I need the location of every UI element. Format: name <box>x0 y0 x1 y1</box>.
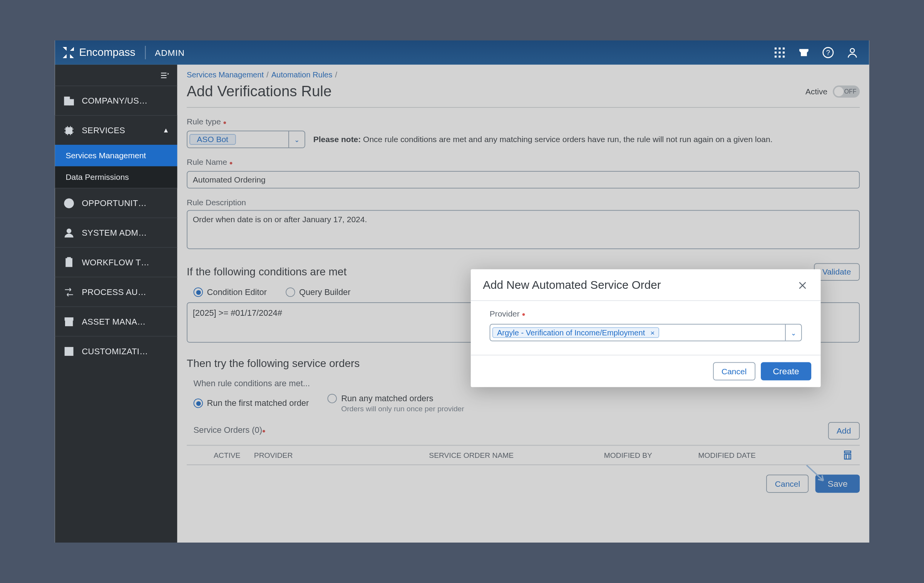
modal-close-button[interactable] <box>797 280 808 292</box>
brand-icon <box>62 46 75 59</box>
dollar-circle-icon <box>63 197 75 209</box>
sidebar-item-label: ASSET MANA… <box>82 317 169 326</box>
svg-rect-3 <box>775 52 777 54</box>
modal-cancel-button[interactable]: Cancel <box>713 362 755 380</box>
svg-rect-2 <box>783 47 785 49</box>
chevron-down-icon: ⌄ <box>785 325 801 341</box>
close-icon <box>797 280 808 291</box>
chip-icon <box>63 124 75 136</box>
list-icon <box>63 345 75 357</box>
chevron-up-icon: ▲ <box>162 127 169 134</box>
flow-icon <box>63 286 75 298</box>
svg-rect-20 <box>67 257 70 259</box>
provider-label: Provider • <box>490 309 802 320</box>
sidebar-item-opportunities[interactable]: OPPORTUNIT… <box>55 188 177 218</box>
svg-text:?: ? <box>826 49 830 57</box>
archive-icon <box>63 315 75 327</box>
modal-create-button[interactable]: Create <box>761 362 811 380</box>
sidebar-item-label: PROCESS AU… <box>82 287 169 297</box>
sidebar-item-label: COMPANY/US… <box>82 96 169 105</box>
brand-text: Encompass <box>79 47 135 59</box>
inbox-icon[interactable] <box>798 47 810 59</box>
sidebar-item-customization[interactable]: CUSTOMIZATI… <box>55 336 177 365</box>
svg-rect-6 <box>775 55 777 57</box>
sidebar-item-process-automation[interactable]: PROCESS AU… <box>55 277 177 307</box>
sidebar-item-asset-management[interactable]: ASSET MANA… <box>55 306 177 336</box>
apps-grid-icon[interactable] <box>773 47 785 59</box>
svg-rect-14 <box>65 98 67 99</box>
titlebar: Encompass ADMIN ? <box>55 40 869 65</box>
user-icon[interactable] <box>846 47 858 59</box>
sidebar-sub-services-management[interactable]: Services Management <box>55 145 177 166</box>
remove-chip-button[interactable]: × <box>650 328 654 337</box>
svg-rect-0 <box>775 47 777 49</box>
sidebar-item-system-admin[interactable]: SYSTEM ADM… <box>55 218 177 247</box>
svg-rect-7 <box>778 55 780 57</box>
building-icon <box>63 95 75 107</box>
svg-rect-1 <box>778 47 780 49</box>
sidebar-item-label: SYSTEM ADM… <box>82 228 169 237</box>
svg-point-11 <box>850 49 854 52</box>
add-automated-service-order-modal: Add New Automated Service Order Provider… <box>471 269 821 387</box>
main-content: Services Management/Automation Rules/ Ad… <box>177 65 869 543</box>
sidebar-item-workflow-templates[interactable]: WORKFLOW T… <box>55 247 177 277</box>
svg-rect-5 <box>783 52 785 54</box>
provider-chip: Argyle - Verification of Income/Employme… <box>492 327 660 338</box>
sidebar-item-services[interactable]: SERVICES ▲ <box>55 115 177 145</box>
sidebar-collapse-button[interactable] <box>55 65 177 85</box>
sidebar-sub-data-permissions[interactable]: Data Permissions <box>55 166 177 188</box>
titlebar-divider <box>145 46 146 59</box>
admin-badge: ADMIN <box>155 47 185 57</box>
svg-rect-4 <box>778 52 780 54</box>
svg-point-18 <box>67 229 71 233</box>
svg-rect-22 <box>65 320 72 325</box>
clipboard-icon <box>63 256 75 268</box>
app-window: Encompass ADMIN ? COMPANY/US… SERVICES ▲ <box>55 40 869 543</box>
sidebar-item-label: OPPORTUNIT… <box>82 198 169 208</box>
sidebar-item-label: WORKFLOW T… <box>82 258 169 267</box>
brand-logo: Encompass <box>62 46 136 59</box>
sidebar-item-label: CUSTOMIZATI… <box>82 346 169 355</box>
sidebar-item-company-users[interactable]: COMPANY/US… <box>55 85 177 115</box>
svg-rect-13 <box>69 99 73 105</box>
svg-rect-15 <box>67 98 69 99</box>
svg-rect-16 <box>66 127 72 133</box>
sidebar: COMPANY/US… SERVICES ▲ Services Manageme… <box>55 65 177 543</box>
provider-select[interactable]: Argyle - Verification of Income/Employme… <box>490 324 802 341</box>
help-icon[interactable]: ? <box>822 47 834 59</box>
svg-rect-8 <box>783 55 785 57</box>
sidebar-item-label: SERVICES <box>82 126 156 135</box>
person-icon <box>63 226 75 238</box>
modal-title: Add New Automated Service Order <box>483 279 797 292</box>
